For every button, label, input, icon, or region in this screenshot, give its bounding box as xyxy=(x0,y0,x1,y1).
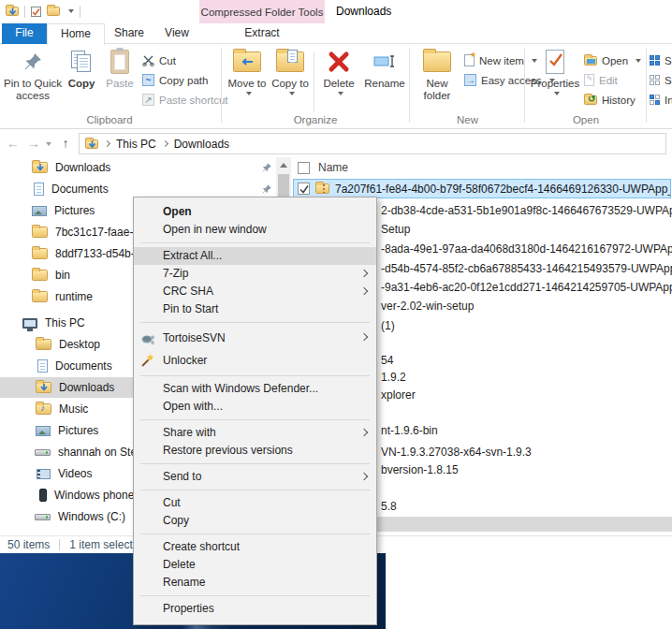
pictures-icon xyxy=(32,206,47,216)
tab-extract[interactable]: Extract xyxy=(199,23,325,44)
chevron-down-icon xyxy=(554,92,560,95)
button-label: Paste shortcut xyxy=(159,95,228,106)
menu-item-label: Pin to Start xyxy=(163,302,218,315)
paste-button[interactable]: Paste xyxy=(101,48,139,108)
context-menu: Open Open in new window Extract All... 7… xyxy=(133,197,377,625)
history-button[interactable]: ↺ History xyxy=(584,91,635,109)
move-to-button[interactable]: Move to xyxy=(226,48,268,108)
open-folder-icon xyxy=(584,56,597,66)
ribbon-group-open: Properties Open ✎ Edit ↺ History Open xyxy=(528,44,644,128)
file-name-partial[interactable]: 2-db38-4cde-a531-5b1e901a9f8c-1466467673… xyxy=(381,204,672,218)
file-list-header[interactable]: Name xyxy=(298,161,348,174)
file-name-partial[interactable]: 5.8 xyxy=(381,500,397,514)
context-menu-item-extract-all[interactable]: Extract All... xyxy=(134,247,376,265)
context-menu-item-open-in-new-window[interactable]: Open in new window xyxy=(134,221,376,239)
new-folder-button[interactable]: New folder xyxy=(415,48,460,108)
context-menu-item-send-to[interactable]: Send to xyxy=(134,468,376,486)
select-none-button[interactable]: Select none xyxy=(650,71,672,89)
copy-path-button[interactable]: ~ Copy path xyxy=(142,71,208,89)
zip-file-icon xyxy=(315,183,329,194)
file-name-partial[interactable]: -9a31-4eb6-ac20-0f12e1cdd271-14642142597… xyxy=(381,281,672,295)
delete-button[interactable]: Delete xyxy=(316,48,361,108)
context-menu-item-open-with[interactable]: Open with... xyxy=(134,398,376,416)
sidebar-item-label: Music xyxy=(59,402,88,416)
address-bar: ← → ↑ This PC Downloads xyxy=(0,130,672,157)
context-menu-item-create-shortcut[interactable]: Create shortcut xyxy=(134,538,376,556)
file-name-partial[interactable]: (1) xyxy=(381,319,395,333)
breadcrumb-chevron-icon[interactable] xyxy=(104,140,110,147)
scroll-up-icon[interactable] xyxy=(280,163,287,168)
pin-to-quick-access-button[interactable]: Pin to Quick access xyxy=(4,48,62,108)
tab-file[interactable]: File xyxy=(2,23,47,44)
open-button[interactable]: Open xyxy=(584,51,641,69)
select-all-checkbox[interactable] xyxy=(298,162,310,174)
edit-icon: ✎ xyxy=(584,74,594,86)
file-name-partial[interactable]: bversion-1.8.15 xyxy=(381,463,459,477)
properties-button[interactable]: Properties xyxy=(530,48,580,108)
select-all-button[interactable]: Select all xyxy=(650,51,672,69)
context-menu-item-delete[interactable]: Delete xyxy=(134,556,376,574)
new-item-button[interactable]: ★ New item xyxy=(464,51,537,69)
sidebar-item-label: Documents xyxy=(55,359,112,373)
context-menu-item-crc-sha[interactable]: CRC SHA xyxy=(134,283,376,300)
breadcrumb[interactable]: This PC Downloads xyxy=(79,133,666,154)
breadcrumb-this-pc[interactable]: This PC xyxy=(116,138,156,151)
file-name-partial[interactable]: xplorer xyxy=(381,388,416,402)
file-name-partial[interactable]: 54 xyxy=(381,354,393,368)
file-name-partial[interactable]: Setup xyxy=(381,223,410,237)
up-button[interactable]: ↑ xyxy=(56,134,75,153)
back-button[interactable]: ← xyxy=(4,134,22,153)
context-menu-item-cut[interactable]: Cut xyxy=(134,494,376,512)
context-menu-item-open[interactable]: Open xyxy=(134,203,376,221)
name-column-header[interactable]: Name xyxy=(318,161,348,174)
cut-button[interactable]: Cut xyxy=(142,51,176,69)
context-menu-item-pin-to-start[interactable]: Pin to Start xyxy=(134,300,376,318)
context-menu-item-restore-previous-versions[interactable]: Restore previous versions xyxy=(134,442,376,460)
selected-file-row[interactable]: 7a207f61-fe84-4b00-b79f-58f0672becf4-146… xyxy=(293,179,671,198)
file-name-partial[interactable]: ver-2.02-win-setup xyxy=(381,300,474,314)
copy-to-button[interactable]: Copy to xyxy=(270,48,311,108)
context-menu-item-tortoisesvn[interactable]: TortoiseSVN xyxy=(134,327,376,349)
sidebar-item-downloads-quick[interactable]: Downloads xyxy=(0,157,276,178)
downloads-folder-icon[interactable] xyxy=(6,7,19,16)
menu-separator xyxy=(140,242,370,243)
checkbox-toolbar-icon[interactable] xyxy=(31,7,41,17)
tab-home[interactable]: Home xyxy=(47,23,105,45)
status-separator xyxy=(59,539,60,550)
row-checkbox[interactable] xyxy=(298,183,310,195)
breadcrumb-downloads[interactable]: Downloads xyxy=(174,138,229,151)
file-name-partial[interactable]: -d54b-4574-85f2-cb6a67885433-14642154935… xyxy=(381,262,672,276)
rename-button[interactable]: Rename xyxy=(363,48,406,108)
context-menu-item-share-with[interactable]: Share with xyxy=(134,424,376,442)
context-menu-item-rename[interactable]: Rename xyxy=(134,574,376,592)
context-menu-item-copy[interactable]: Copy xyxy=(134,512,376,530)
context-menu-item-unlocker[interactable]: Unlocker xyxy=(134,349,376,372)
tab-label: Home xyxy=(61,27,91,40)
tab-share[interactable]: Share xyxy=(105,23,153,44)
file-name-partial[interactable]: 1.9.2 xyxy=(381,371,406,385)
folder-toolbar-icon[interactable] xyxy=(47,7,60,16)
chevron-down-icon[interactable] xyxy=(68,9,74,13)
context-menu-item-scan-with-windows-defender[interactable]: Scan with Windows Defender... xyxy=(134,380,376,398)
pin-icon xyxy=(22,48,43,76)
file-name-partial[interactable]: -8ada-49e1-97aa-da4068d3180d-14642161679… xyxy=(381,242,672,256)
menu-item-label: Extract All... xyxy=(163,249,222,262)
context-menu-item-properties[interactable]: Properties xyxy=(134,600,376,618)
file-name-partial[interactable]: VN-1.9.3.27038-x64-svn-1.9.3 xyxy=(381,446,532,460)
breadcrumb-chevron-icon[interactable] xyxy=(162,140,168,147)
paste-shortcut-button[interactable]: ↗ Paste shortcut xyxy=(142,91,228,109)
edit-button[interactable]: ✎ Edit xyxy=(584,71,618,89)
recent-locations-button[interactable] xyxy=(43,134,54,153)
button-label: Open xyxy=(602,55,628,66)
forward-button[interactable]: → xyxy=(24,134,43,153)
menu-item-label: Rename xyxy=(163,576,205,589)
invert-selection-button[interactable]: Invert selection xyxy=(650,91,672,109)
copy-button[interactable]: Copy xyxy=(64,48,99,108)
select-none-icon xyxy=(650,75,660,85)
tab-view[interactable]: View xyxy=(153,23,200,44)
context-menu-item-7-zip[interactable]: 7-Zip xyxy=(134,265,376,283)
check-icon xyxy=(299,184,309,194)
pin-icon xyxy=(261,162,272,173)
check-icon xyxy=(32,7,40,16)
file-name-partial[interactable]: nt-1.9.6-bin xyxy=(381,424,438,438)
